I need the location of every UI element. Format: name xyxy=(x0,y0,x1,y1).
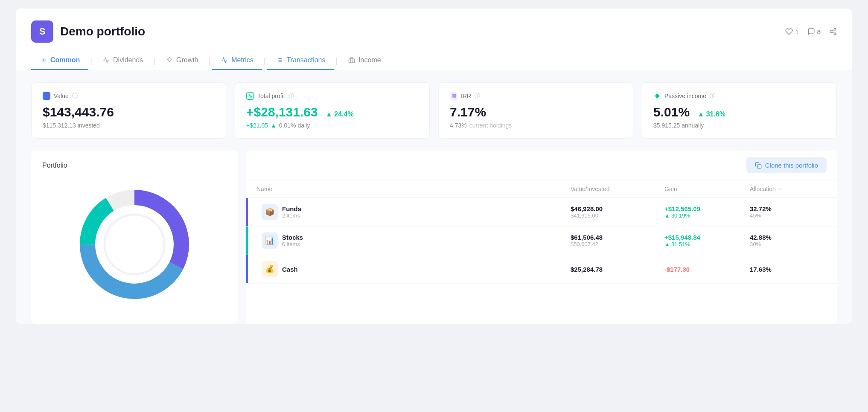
profit-amount: +$28,131.63 ▲ 24.4% xyxy=(246,105,418,119)
bottom-section: Portfolio xyxy=(16,151,852,324)
tab-dividends[interactable]: Dividends xyxy=(94,51,151,70)
stocks-alloc-sub: 30% xyxy=(750,241,827,247)
chart-title: Portfolio xyxy=(42,162,227,169)
table-section: Clone this portfolio Name Value/Invested… xyxy=(246,151,837,324)
profit-info-icon[interactable]: ⓘ xyxy=(288,92,294,100)
portfolio-chart-card: Portfolio xyxy=(31,151,238,324)
svg-point-23 xyxy=(106,216,163,273)
stocks-icon: 📊 xyxy=(262,232,278,249)
funds-value: $46,928.00 xyxy=(571,205,664,212)
table-row: 💰 Cash $25,284.78 -$177.30 17.63% xyxy=(246,255,837,284)
stocks-count: 6 items xyxy=(282,241,303,247)
stats-row: Value ⓘ $143,443.76 $115,312.13 invested… xyxy=(16,70,852,151)
transactions-icon xyxy=(276,56,283,64)
svg-rect-24 xyxy=(757,165,761,168)
table-header-row: Clone this portfolio xyxy=(246,151,837,180)
value-icon xyxy=(43,92,50,100)
table-column-headers: Name Value/Invested Gain Allocation xyxy=(246,180,837,198)
funds-count: 2 items xyxy=(282,212,301,219)
svg-rect-13 xyxy=(452,94,453,96)
svg-rect-15 xyxy=(454,96,455,98)
svg-line-4 xyxy=(832,30,834,31)
tab-transactions-label: Transactions xyxy=(286,56,325,64)
stocks-gain: +$15,948.84 xyxy=(664,234,750,241)
stat-card-value: Value ⓘ $143,443.76 $115,312.13 invested xyxy=(31,82,226,139)
header: S Demo portfolio 1 8 xyxy=(16,9,852,43)
cash-name: Cash xyxy=(282,266,298,273)
row-indicator-funds xyxy=(246,198,248,226)
metrics-icon xyxy=(221,56,228,64)
cash-cell: 💰 Cash xyxy=(256,261,571,277)
col-value: Value/Invested xyxy=(571,186,664,192)
donut-chart xyxy=(66,180,203,308)
cash-value: $25,284.78 xyxy=(571,266,664,273)
share-button[interactable] xyxy=(829,28,837,35)
value-label: Value xyxy=(54,93,69,99)
stocks-invested: $50,607.42 xyxy=(571,241,664,247)
row-indicator-stocks xyxy=(246,226,248,255)
tab-growth-label: Growth xyxy=(176,56,198,64)
value-info-icon[interactable]: ⓘ xyxy=(72,92,78,100)
stocks-alloc: 42.88% xyxy=(750,234,827,241)
passive-info-icon[interactable]: ⓘ xyxy=(710,92,715,100)
svg-line-3 xyxy=(832,32,834,33)
profit-label: Total profit xyxy=(257,93,285,99)
irr-label: IRR xyxy=(461,93,471,99)
funds-icon: 📦 xyxy=(262,204,278,220)
tab-common-label: Common xyxy=(50,56,80,64)
nav-tabs: Common | Dividends | Growth | Metrics | xyxy=(16,43,852,70)
stat-card-passive: Passive income ⓘ 5.01% ▲ 31.6% $5,915.25… xyxy=(642,82,837,139)
portfolio-icon: S xyxy=(31,20,53,43)
profit-icon xyxy=(246,92,254,100)
income-icon xyxy=(348,56,355,64)
main-card: S Demo portfolio 1 8 Common | xyxy=(16,9,852,324)
clone-button-label: Clone this portfolio xyxy=(765,162,818,169)
funds-gain: +$12,565.09 xyxy=(664,205,750,212)
tab-metrics-label: Metrics xyxy=(231,56,253,64)
svg-rect-14 xyxy=(454,94,455,96)
comments-button[interactable]: 8 xyxy=(807,28,821,35)
dividends-icon xyxy=(102,56,110,64)
svg-rect-16 xyxy=(452,96,453,98)
irr-amount: 7.17% xyxy=(450,105,622,119)
stat-card-profit: Total profit ⓘ +$28,131.63 ▲ 24.4% +$21.… xyxy=(235,82,430,139)
passive-icon xyxy=(653,92,661,100)
stocks-value: $61,506.48 xyxy=(571,234,664,241)
header-actions: 1 8 xyxy=(785,28,837,35)
table-row: 📊 Stocks 6 items $61,506.48 $50,607.42 +… xyxy=(246,226,837,255)
tab-growth[interactable]: Growth xyxy=(157,51,207,70)
tab-income-label: Income xyxy=(358,56,381,64)
svg-rect-12 xyxy=(349,59,355,63)
cash-alloc: 17.63% xyxy=(750,266,827,273)
funds-invested: $41,615.00 xyxy=(571,212,664,219)
tab-dividends-label: Dividends xyxy=(113,56,143,64)
likes-button[interactable]: 1 xyxy=(785,28,798,35)
col-alloc: Allocation xyxy=(750,186,827,192)
cash-icon: 💰 xyxy=(262,261,278,277)
tab-transactions[interactable]: Transactions xyxy=(267,51,334,70)
page-title: Demo portfolio xyxy=(60,25,145,38)
stocks-name: Stocks xyxy=(282,234,303,241)
funds-alloc-sub: 45% xyxy=(750,212,827,219)
irr-info-icon[interactable]: ⓘ xyxy=(475,92,480,100)
svg-point-17 xyxy=(655,94,659,98)
tab-metrics[interactable]: Metrics xyxy=(212,51,262,70)
stocks-gain-pct: ▲31.51% xyxy=(664,241,750,247)
svg-point-2 xyxy=(834,33,836,35)
table-row: 📦 Funds 2 items $46,928.00 $41,615.00 +$… xyxy=(246,198,837,226)
comments-count: 8 xyxy=(817,28,821,35)
svg-point-1 xyxy=(830,31,832,33)
col-name: Name xyxy=(256,186,571,192)
clone-button[interactable]: Clone this portfolio xyxy=(746,157,827,173)
tab-income[interactable]: Income xyxy=(339,51,389,70)
tab-common[interactable]: Common xyxy=(31,51,88,70)
funds-cell: 📦 Funds 2 items xyxy=(256,204,571,220)
common-icon xyxy=(40,56,47,64)
stocks-cell: 📊 Stocks 6 items xyxy=(256,232,571,249)
row-indicator-cash xyxy=(246,255,248,283)
header-left: S Demo portfolio xyxy=(31,20,145,43)
growth-icon xyxy=(166,56,173,64)
stat-card-irr: IRR ⓘ 7.17% 4.73% current holdings xyxy=(438,82,633,139)
value-amount: $143,443.76 xyxy=(43,105,215,119)
funds-gain-pct: ▲30.19% xyxy=(664,212,750,219)
